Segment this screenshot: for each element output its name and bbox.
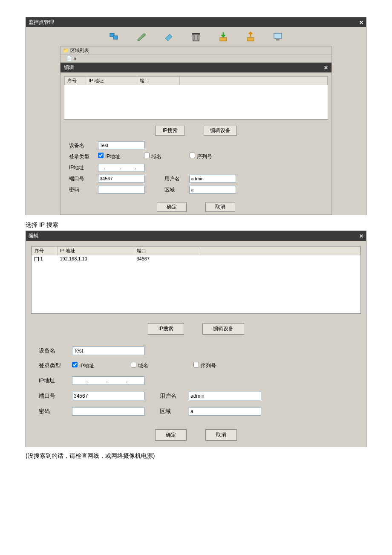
label-port: 端口号 <box>39 392 69 400</box>
import-icon[interactable] <box>218 32 228 42</box>
chk-serial[interactable]: 序列号 <box>193 362 216 370</box>
chk-domain[interactable]: 域名 <box>144 153 161 160</box>
toolbar <box>26 27 366 46</box>
label-logintype: 登录类型 <box>39 362 69 370</box>
user-input[interactable] <box>189 392 261 400</box>
svg-marker-2 <box>137 33 146 41</box>
export-icon[interactable] <box>245 32 256 42</box>
chk-serial[interactable]: 序列号 <box>190 153 212 160</box>
window-title: 编辑 <box>29 232 39 240</box>
device-name-input[interactable] <box>72 347 144 355</box>
pwd-input[interactable] <box>72 407 144 416</box>
col-port[interactable]: 端口 <box>137 77 180 85</box>
label-logintype: 登录类型 <box>69 153 95 160</box>
grid-body[interactable] <box>32 262 360 313</box>
row-checkbox-icon[interactable] <box>35 257 39 261</box>
port-input[interactable] <box>72 392 144 400</box>
ok-button[interactable]: 确定 <box>157 202 187 212</box>
col-blank <box>180 77 328 85</box>
device-grid: 序号 IP 地址 端口 <box>64 76 328 120</box>
chk-ip[interactable]: IP地址 <box>72 362 94 370</box>
svg-rect-1 <box>113 36 118 39</box>
device-icon[interactable] <box>273 32 283 42</box>
titlebar: 监控点管理 ✕ <box>26 17 366 27</box>
device-grid: 序号 IP 地址 端口 1 192.168.1.10 34567 <box>31 246 361 314</box>
label-region: 区域 <box>160 408 185 415</box>
edit-title: 编辑 <box>64 64 74 71</box>
window-title: 监控点管理 <box>29 19 54 26</box>
caption-select-ip-search: 选择 IP 搜索 <box>26 221 366 229</box>
ok-button[interactable]: 确定 <box>155 429 187 441</box>
label-devname: 设备名 <box>69 142 95 149</box>
col-blank <box>198 247 360 255</box>
svg-rect-9 <box>220 38 227 41</box>
label-pwd: 密码 <box>69 186 95 194</box>
svg-rect-12 <box>276 39 280 40</box>
label-user: 用户名 <box>160 392 185 400</box>
grid-body[interactable] <box>64 85 328 119</box>
caption-no-result-hint: (没搜索到的话，请检查网线，或网络摄像机电源) <box>26 452 366 460</box>
edit-device-button[interactable]: 编辑设备 <box>202 323 244 335</box>
label-user: 用户名 <box>164 175 186 182</box>
titlebar: 编辑 ✕ <box>26 231 366 241</box>
label-pwd: 密码 <box>39 408 69 415</box>
pwd-input[interactable] <box>98 186 145 194</box>
user-input[interactable] <box>189 175 236 182</box>
col-seq[interactable]: 序号 <box>65 77 86 85</box>
col-seq[interactable]: 序号 <box>32 247 58 255</box>
chk-domain[interactable]: 域名 <box>131 362 148 370</box>
tree-node-a[interactable]: 📄 a <box>61 55 331 63</box>
eraser-icon[interactable] <box>164 32 174 42</box>
svg-rect-8 <box>192 33 200 35</box>
label-devname: 设备名 <box>39 347 69 355</box>
ip-search-button[interactable]: IP搜索 <box>148 323 184 335</box>
label-region: 区域 <box>164 186 186 194</box>
svg-marker-3 <box>165 34 172 41</box>
svg-rect-10 <box>247 38 254 41</box>
cancel-button[interactable]: 取消 <box>205 202 235 212</box>
edit-window: 编辑 ✕ 序号 IP 地址 端口 1 192.168.1.10 34567 IP… <box>26 231 366 447</box>
close-icon[interactable]: ✕ <box>324 65 328 71</box>
device-form: 设备名 登录类型 IP地址 域名 序列号 IP地址 端口号 用户名 <box>61 138 331 199</box>
ip-input[interactable] <box>72 376 144 385</box>
edit-device-button[interactable]: 编辑设备 <box>204 126 237 136</box>
region-input[interactable] <box>189 186 236 194</box>
ip-search-button[interactable]: IP搜索 <box>155 126 185 136</box>
port-input[interactable] <box>98 175 145 182</box>
chk-ip[interactable]: IP地址 <box>98 153 120 160</box>
screens-icon[interactable] <box>109 32 119 42</box>
col-ip[interactable]: IP 地址 <box>58 247 134 255</box>
label-ip: IP地址 <box>39 377 69 384</box>
table-row[interactable]: 1 192.168.1.10 34567 <box>32 255 360 263</box>
close-icon[interactable]: ✕ <box>359 20 363 26</box>
label-ip: IP地址 <box>69 164 95 171</box>
col-ip[interactable]: IP 地址 <box>86 77 137 85</box>
device-name-input[interactable] <box>98 142 145 149</box>
cancel-button[interactable]: 取消 <box>205 429 237 441</box>
monitor-point-manager-window: 监控点管理 ✕ 📁 区域列表 📄 a 编辑 ✕ 序号 IP 地址 端口 <box>26 17 366 215</box>
label-port: 端口号 <box>69 175 95 182</box>
region-list-header: 📁 区域列表 <box>61 46 331 55</box>
trash-icon[interactable] <box>191 32 201 42</box>
edit-icon[interactable] <box>136 32 147 42</box>
svg-rect-11 <box>274 33 282 38</box>
region-input[interactable] <box>189 407 261 416</box>
device-form: 设备名 登录类型 IP地址 域名 序列号 IP地址 端口号 用户名 密码 区域 <box>26 339 366 423</box>
close-icon[interactable]: ✕ <box>359 233 363 239</box>
col-port[interactable]: 端口 <box>134 247 198 255</box>
edit-titlebar: 编辑 ✕ <box>61 63 331 72</box>
ip-input[interactable] <box>98 164 145 171</box>
